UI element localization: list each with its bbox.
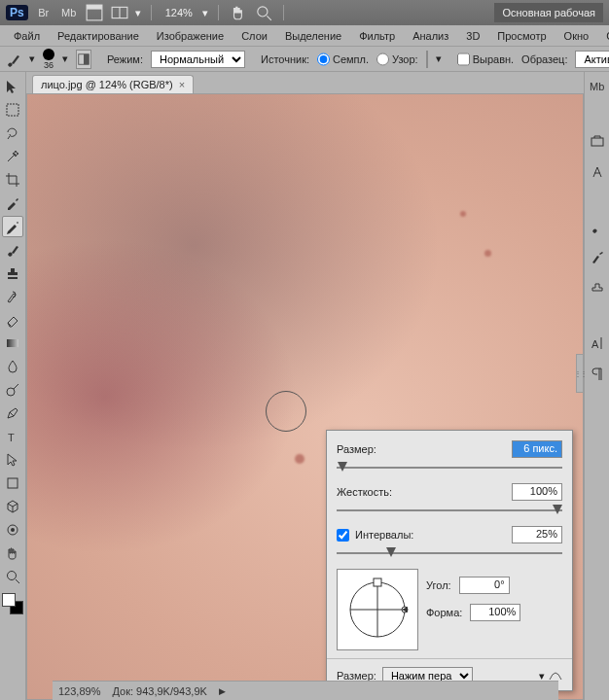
- fg-bg-swatches[interactable]: [2, 593, 23, 614]
- menu-file[interactable]: Файл: [6, 27, 48, 45]
- minibridge-panel-icon[interactable]: Mb: [587, 76, 608, 97]
- character-panel-icon[interactable]: A: [587, 332, 608, 354]
- svg-point-10: [7, 388, 15, 396]
- brush-presets-panel-icon[interactable]: [587, 247, 608, 268]
- hardness-slider[interactable]: [337, 505, 562, 516]
- hand-tool-icon[interactable]: [2, 542, 23, 564]
- brush-angle-preview[interactable]: [337, 569, 418, 650]
- document-area: лицо.jpg @ 124% (RGB/8*) × Размер: 6 пик…: [26, 72, 584, 700]
- brush-settings-panel[interactable]: Размер: 6 пикс. Жесткость: 100% Интервал…: [326, 430, 573, 691]
- svg-text:A: A: [591, 338, 599, 350]
- mode-select[interactable]: Нормальный: [151, 51, 245, 68]
- chevron-down-icon[interactable]: ▾: [436, 52, 442, 65]
- aligned-input[interactable]: [457, 51, 470, 68]
- spacing-value-input[interactable]: 25%: [512, 526, 562, 543]
- 3d-camera-tool-icon[interactable]: [2, 519, 23, 541]
- type-tool-icon[interactable]: T: [2, 426, 23, 447]
- gradient-tool-icon[interactable]: [2, 332, 23, 354]
- crop-tool-icon[interactable]: [2, 169, 23, 191]
- zoom-tool-icon[interactable]: [254, 4, 273, 21]
- screen-mode-icon[interactable]: [85, 4, 104, 21]
- eraser-tool-icon[interactable]: [2, 309, 23, 331]
- current-tool-icon[interactable]: [6, 52, 21, 67]
- menu-layers[interactable]: Слои: [233, 27, 275, 45]
- status-zoom[interactable]: 123,89%: [58, 685, 100, 697]
- hand-icon[interactable]: [229, 4, 248, 21]
- size-slider[interactable]: [337, 462, 562, 473]
- status-doc-label: Док:: [112, 685, 133, 697]
- canvas[interactable]: Размер: 6 пикс. Жесткость: 100% Интервал…: [26, 93, 584, 700]
- sample-menu-label: Образец:: [521, 53, 567, 65]
- sample-layers-select[interactable]: Активный: [575, 51, 609, 68]
- move-tool-icon[interactable]: [2, 76, 23, 97]
- minibridge-icon[interactable]: Mb: [59, 4, 79, 21]
- panel-collapse-grip[interactable]: [576, 354, 583, 393]
- stamp-tool-icon[interactable]: [2, 262, 23, 284]
- fg-color-swatch[interactable]: [2, 593, 16, 607]
- svg-rect-24: [591, 138, 603, 146]
- menu-image[interactable]: Изображение: [149, 27, 232, 45]
- healing-brush-tool-icon[interactable]: [2, 216, 23, 237]
- zoom-level[interactable]: 124%: [161, 7, 197, 18]
- 3d-tool-icon[interactable]: [2, 496, 23, 517]
- menu-help[interactable]: Спр: [598, 27, 609, 45]
- menu-view[interactable]: Просмотр: [489, 27, 554, 45]
- clone-source-panel-icon[interactable]: [587, 278, 608, 299]
- toggle-panel-button[interactable]: [76, 50, 91, 69]
- roundness-value-input[interactable]: 100%: [470, 604, 520, 621]
- history-brush-tool-icon[interactable]: [2, 286, 23, 307]
- menu-analysis[interactable]: Анализ: [405, 27, 456, 45]
- pen-tool-icon[interactable]: [2, 402, 23, 424]
- document-tab[interactable]: лицо.jpg @ 124% (RGB/8*) ×: [32, 75, 194, 93]
- aligned-checkbox[interactable]: Выравн.: [457, 51, 514, 68]
- spacing-checkbox[interactable]: [337, 529, 349, 542]
- lasso-tool-icon[interactable]: [2, 122, 23, 144]
- brushes-panel-icon[interactable]: [587, 216, 608, 237]
- wand-tool-icon[interactable]: [2, 146, 23, 167]
- ps-logo-icon: Ps: [6, 5, 28, 20]
- blur-tool-icon[interactable]: [2, 356, 23, 377]
- chevron-down-icon[interactable]: ▾: [202, 7, 208, 19]
- pattern-swatch[interactable]: [426, 51, 428, 68]
- angle-label: Угол:: [426, 579, 451, 591]
- hardness-value-input[interactable]: 100%: [512, 483, 562, 501]
- history-panel-icon[interactable]: [587, 130, 608, 152]
- menu-filter[interactable]: Фильтр: [351, 27, 403, 45]
- sample-label: Семпл.: [333, 53, 369, 65]
- status-menu-icon[interactable]: ▶: [219, 686, 226, 696]
- paragraph-panel-icon[interactable]: [587, 364, 608, 385]
- source-sample-input[interactable]: [317, 51, 330, 68]
- roundness-label: Форма:: [426, 607, 462, 618]
- source-pattern-input[interactable]: [376, 51, 389, 68]
- bridge-icon[interactable]: Br: [34, 4, 54, 21]
- marquee-tool-icon[interactable]: [2, 99, 23, 121]
- arrange-dropdown-icon[interactable]: [110, 4, 129, 21]
- menu-3d[interactable]: 3D: [458, 27, 487, 45]
- angle-value-input[interactable]: 0°: [459, 577, 510, 594]
- eyedropper-tool-icon[interactable]: [2, 192, 23, 214]
- spacing-slider[interactable]: [337, 547, 562, 559]
- path-select-tool-icon[interactable]: [2, 449, 23, 471]
- chevron-down-icon[interactable]: ▾: [62, 52, 68, 65]
- size-value-input[interactable]: 6 пикс.: [512, 440, 562, 458]
- menu-select[interactable]: Выделение: [277, 27, 349, 45]
- svg-point-15: [11, 528, 15, 532]
- menu-edit[interactable]: Редактирование: [50, 27, 147, 45]
- shape-tool-icon[interactable]: [2, 472, 23, 494]
- zoom-tool-icon[interactable]: [2, 566, 23, 587]
- close-icon[interactable]: ×: [179, 79, 185, 90]
- chevron-down-icon[interactable]: ▾: [29, 52, 35, 65]
- chevron-down-icon[interactable]: ▾: [135, 7, 141, 19]
- svg-point-4: [258, 7, 268, 17]
- main-area: T лицо.jpg @ 124% (RGB/8*) ×: [0, 72, 609, 700]
- workspace-switcher-button[interactable]: Основная рабочая: [494, 3, 603, 22]
- source-pattern-radio[interactable]: Узор:: [376, 51, 418, 68]
- menu-bar: Файл Редактирование Изображение Слои Выд…: [0, 25, 609, 47]
- brush-tool-icon[interactable]: [2, 239, 23, 261]
- brush-preset-picker[interactable]: 36: [43, 49, 54, 70]
- dodge-tool-icon[interactable]: [2, 379, 23, 401]
- source-sample-radio[interactable]: Семпл.: [317, 51, 369, 68]
- actions-panel-icon[interactable]: [587, 161, 608, 183]
- menu-window[interactable]: Окно: [556, 27, 597, 45]
- separator: [151, 5, 152, 20]
